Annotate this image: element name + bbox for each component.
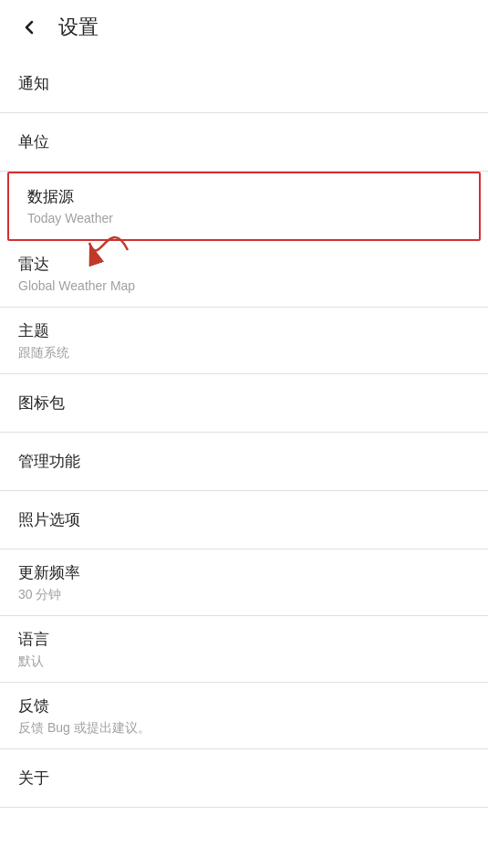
settings-item-title-units: 单位 [18, 131, 470, 153]
settings-item-title-icon-pack: 图标包 [18, 392, 470, 414]
settings-item-management[interactable]: 管理功能 [0, 433, 488, 491]
settings-item-title-photo-options: 照片选项 [18, 509, 470, 531]
settings-item-subtitle-theme: 跟随系统 [18, 344, 470, 361]
settings-item-icon-pack[interactable]: 图标包 [0, 374, 488, 433]
header: 设置 [0, 0, 488, 55]
settings-item-subtitle-feedback: 反馈 Bug 或提出建议。 [18, 719, 470, 736]
page-title: 设置 [58, 14, 99, 41]
settings-item-subtitle-update-frequency: 30 分钟 [18, 586, 470, 602]
settings-item-radar[interactable]: 雷达Global Weather Map [0, 241, 488, 308]
settings-item-title-about: 关于 [18, 768, 470, 790]
settings-item-title-feedback: 反馈 [18, 695, 470, 717]
settings-item-data-source[interactable]: 数据源Today Weather [7, 172, 481, 241]
settings-item-title-data-source: 数据源 [27, 186, 461, 208]
settings-item-notifications[interactable]: 通知 [0, 55, 488, 113]
settings-item-update-frequency[interactable]: 更新频率30 分钟 [0, 549, 488, 616]
settings-item-subtitle-radar: Global Weather Map [18, 277, 470, 294]
settings-item-feedback[interactable]: 反馈反馈 Bug 或提出建议。 [0, 683, 488, 749]
settings-list: 通知单位数据源Today Weather雷达Global Weather Map… [0, 55, 488, 808]
settings-item-title-language: 语言 [18, 629, 470, 651]
settings-item-about[interactable]: 关于 [0, 749, 488, 808]
settings-item-subtitle-data-source: Today Weather [27, 210, 461, 226]
settings-item-title-radar: 雷达 [18, 254, 470, 276]
back-button[interactable] [15, 13, 44, 42]
settings-item-language[interactable]: 语言默认 [0, 616, 488, 683]
settings-item-title-management: 管理功能 [18, 451, 470, 473]
settings-item-theme[interactable]: 主题跟随系统 [0, 308, 488, 374]
settings-item-units[interactable]: 单位 [0, 113, 488, 172]
settings-item-title-update-frequency: 更新频率 [18, 562, 470, 584]
settings-item-title-notifications: 通知 [18, 73, 470, 95]
settings-item-title-theme: 主题 [18, 320, 470, 342]
settings-item-subtitle-language: 默认 [18, 653, 470, 669]
settings-item-photo-options[interactable]: 照片选项 [0, 491, 488, 549]
